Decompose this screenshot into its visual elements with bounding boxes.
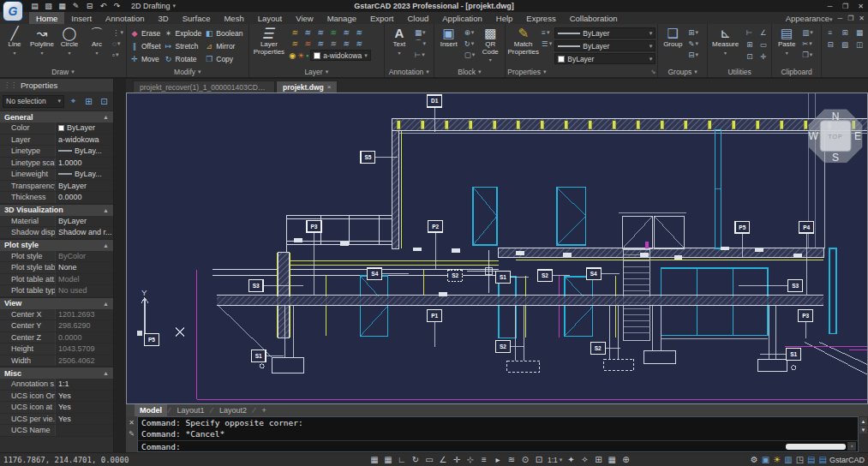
polar-tracking-toggle[interactable]: ↻ (410, 454, 422, 465)
property-value[interactable]: 0.0000 (55, 192, 113, 203)
menu-tab-insert[interactable]: Insert (64, 12, 99, 24)
property-value[interactable]: 1:1 (55, 379, 113, 390)
dynamic-input-toggle[interactable]: ✛ (451, 454, 463, 465)
boolean-button[interactable]: ◧Boolean (205, 27, 242, 39)
workspace-switcher[interactable]: 2D Drafting ▾ (128, 1, 179, 11)
properties-tool-0[interactable]: ≡▾ (541, 27, 553, 38)
viewcube-north[interactable]: N (832, 111, 840, 122)
isolate-objects-toggle[interactable]: ⊞ (592, 454, 604, 465)
utilities-tool-3[interactable]: ▭ (757, 39, 769, 50)
property-dropdown-1[interactable]: ByLayer▾ (554, 40, 655, 51)
qr-code-button[interactable]: ▩ QR Code▾ (477, 25, 503, 67)
groups-panel-label[interactable]: Groups▾ (660, 67, 705, 77)
move-button[interactable]: ✛Move (130, 53, 161, 65)
block-tool-2[interactable]: ▢▾ (464, 50, 476, 60)
viewcube-east[interactable]: E (854, 130, 861, 142)
draw-tool-2[interactable]: ▫▾ (111, 50, 124, 60)
utilities-tool-5[interactable]: ✛ (757, 51, 769, 62)
transparency-toggle[interactable]: ≋ (506, 454, 518, 465)
drawing-viewport[interactable]: Y D1S5P3P2P5P4S3S4S2S1S2S4S3P1P3S1S2S2S1… (126, 93, 868, 404)
property-value[interactable]: ByLay... (55, 146, 113, 157)
auto-annotation-scale-toggle[interactable]: ✧ (578, 454, 590, 465)
selection-dropdown[interactable]: No selection ▾ (3, 95, 64, 108)
layout-tab-model[interactable]: Model (135, 404, 167, 416)
minimize-button[interactable]: ─ (823, 1, 837, 11)
settings-icon[interactable]: ⚙ (751, 455, 758, 464)
property-value[interactable]: Yes (55, 402, 113, 413)
command-history[interactable]: Command: Specify opposite corner:Command… (137, 416, 859, 452)
ortho-toggle[interactable]: ∟ (396, 454, 408, 465)
property-value[interactable]: 1043.5709 (55, 344, 113, 355)
annotation-tool-2[interactable]: ⊢▾ (414, 50, 427, 60)
offset-button[interactable]: ∥Offset (130, 40, 161, 52)
stretch-button[interactable]: ↦Stretch (165, 40, 202, 52)
layer-panel-label[interactable]: Layer▾ (251, 67, 382, 77)
extra-tool-3[interactable]: ⊟ (823, 39, 837, 50)
save-icon[interactable]: ▦ (57, 1, 68, 11)
3d-osnap-toggle[interactable]: ⊹ (464, 454, 476, 465)
line-button[interactable]: ╱ Line▾ (2, 25, 27, 67)
block-tool-1[interactable]: ↻▾ (464, 39, 476, 49)
select-objects-button[interactable]: ⊞ (82, 95, 95, 108)
menu-tab-cloud[interactable]: Cloud (400, 12, 435, 24)
section-header-view[interactable]: View▲ (0, 297, 113, 309)
hscroll-right-icon[interactable]: › (847, 442, 856, 451)
property-value[interactable]: No used (55, 285, 113, 296)
draw-tool-1[interactable]: ◌▾ (111, 39, 124, 49)
drawing-tab-recover[interactable]: projekt_recover(1)_1_000001403CDE4450... (133, 81, 275, 93)
close-command-icon[interactable]: ✕ (129, 419, 135, 427)
annotation-visibility-toggle[interactable]: ✦ (565, 454, 577, 465)
groups-tool-2[interactable]: ⊟▾ (687, 50, 699, 60)
section-header-3d-visualization[interactable]: 3D Visualization▲ (0, 204, 113, 216)
property-value[interactable]: 0.0000 (55, 332, 113, 344)
property-value[interactable]: 1201.2693 (55, 309, 113, 320)
grid-toggle[interactable]: ▦ (382, 454, 394, 465)
polyline-button[interactable]: ↝ Polyline▾ (29, 25, 55, 67)
property-value[interactable]: 2506.4062 (55, 355, 113, 367)
scroll-down-icon[interactable]: ▼ (859, 426, 867, 433)
layer-freeze-icon[interactable]: ☀ (297, 51, 304, 60)
clipboard-tool-0[interactable]: ▥▾ (801, 27, 814, 38)
object-snap-toggle[interactable]: ▭ (423, 454, 435, 465)
quick-select-button[interactable]: ⌖ (67, 95, 80, 108)
menu-tab-home[interactable]: Home (29, 12, 64, 24)
command-prompt[interactable]: Command: › (138, 440, 858, 451)
extra-tool-1[interactable]: ⊞ (838, 27, 852, 38)
close-tab-icon[interactable]: × (327, 83, 332, 91)
property-value[interactable]: ByLay... (55, 169, 113, 180)
menu-tab-annotation[interactable]: Annotation (99, 12, 151, 24)
circle-button[interactable]: ◯ Circle▾ (57, 25, 82, 67)
property-value[interactable]: None (55, 262, 113, 273)
edit-command-icon[interactable]: ✎ (129, 430, 135, 438)
clipboard-tool-2[interactable]: ❐▾ (801, 50, 814, 60)
menu-tab-layout[interactable]: Layout (251, 12, 290, 24)
annotation-scale-button[interactable]: 1:1▾ (545, 456, 565, 464)
block-tool-0[interactable]: ⊕▾ (464, 27, 476, 38)
property-value[interactable]: 1.0000 (55, 158, 113, 169)
layer-tool-5[interactable]: ≋ (352, 27, 367, 38)
menu-tab-mesh[interactable]: Mesh (217, 12, 250, 24)
hardware-accel-toggle[interactable]: ▦ (606, 454, 618, 465)
menu-tab-view[interactable]: View (289, 12, 320, 24)
full-screen-icon[interactable]: ◳ (796, 455, 804, 464)
properties-palette-title[interactable]: ⋮⋮ Properties (0, 79, 113, 92)
undo-icon[interactable]: ↶ (98, 1, 109, 11)
groups-tool-0[interactable]: ⊞▾ (687, 27, 699, 38)
draw-panel-label[interactable]: Draw▾ (2, 67, 124, 77)
erase-button[interactable]: ◆Erase (130, 27, 161, 39)
property-value[interactable]: Model (55, 274, 113, 285)
paste-button[interactable]: ▤ Paste▾ (774, 25, 799, 67)
utilities-tool-0[interactable]: ⊢ (743, 27, 756, 38)
clipboard-tool-1[interactable]: ✂▾ (801, 39, 814, 49)
property-value[interactable]: 298.6290 (55, 320, 113, 332)
layer-on-icon[interactable]: ◉ (289, 51, 296, 60)
draw-tool-0[interactable]: ⋮▾ (111, 27, 124, 38)
toggle-pickadd-button[interactable]: ⊡ (98, 95, 111, 108)
menu-tab-export[interactable]: Export (363, 12, 400, 24)
match-properties-button[interactable]: ✎ Match Properties (507, 25, 539, 67)
extra-tool-4[interactable]: ▧ (838, 39, 852, 50)
viewcube[interactable]: N E S W TOP (808, 110, 862, 164)
menu-tab-help[interactable]: Help (489, 12, 520, 24)
section-header-misc[interactable]: Misc▲ (0, 367, 113, 379)
menu-tab-application[interactable]: Application (435, 12, 488, 24)
